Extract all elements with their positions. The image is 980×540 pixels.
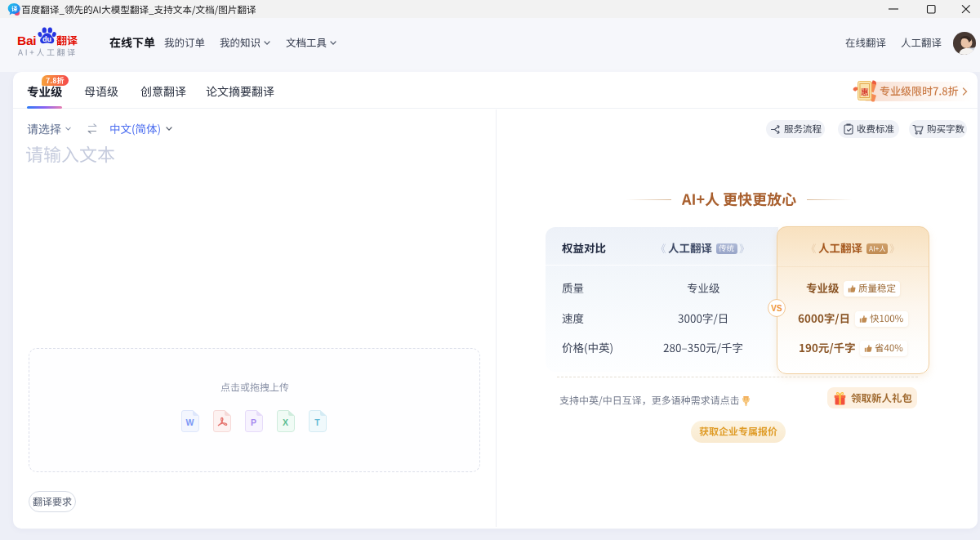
svg-text:T: T	[314, 417, 320, 427]
svg-text:du: du	[42, 35, 51, 43]
svg-text:Bai: Bai	[17, 33, 36, 47]
svg-text:X: X	[283, 417, 288, 427]
svg-text:P: P	[251, 417, 256, 427]
svg-text:W: W	[186, 417, 194, 427]
